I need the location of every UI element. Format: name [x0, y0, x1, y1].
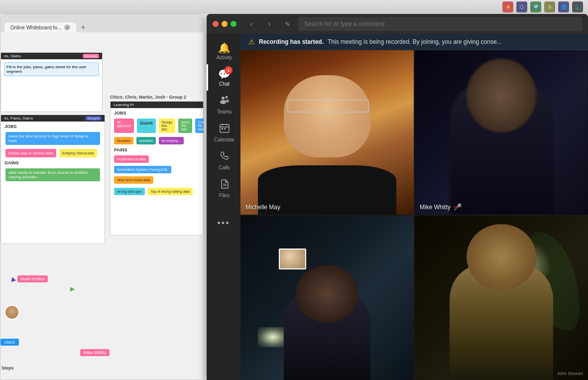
wb-panel-left-bottom: ns, Pains, Gains StickyAi JOBS Have the …	[0, 115, 105, 244]
sidebar-label-teams: Teams	[217, 109, 232, 115]
sidebar-label-calls: Calls	[219, 165, 230, 170]
teams-icon	[219, 95, 230, 108]
video-cell-bl	[240, 216, 414, 380]
wb-job-sticky-5: template	[114, 137, 133, 144]
wb-cursor-label-mike: Mike Whitty	[80, 349, 110, 356]
wb-panel-badge-1: StickyAi	[83, 54, 99, 58]
wb-cursor-mike: Mike Whitty	[80, 349, 110, 356]
traffic-light-yellow[interactable]	[222, 21, 228, 27]
svg-point-0	[222, 97, 225, 100]
status-icon-4: S	[544, 1, 555, 12]
wb-job-sticky-4: Collect the data	[195, 119, 204, 133]
mike-name: Mike Whitty	[420, 204, 451, 211]
sidebar-item-files[interactable]: Files	[207, 174, 240, 202]
wb-pains-section: PAINS	[112, 146, 202, 153]
wb-pains-stickies: Duplication of data Automation Systems F…	[112, 153, 202, 186]
recording-banner: ⚠ Recording has started. This meeting is…	[240, 34, 588, 50]
sidebar-item-activity[interactable]: 🔔 Activity	[207, 38, 240, 64]
wb-sticky-1: Have the time access to high level of de…	[5, 132, 100, 145]
teams-forward-button[interactable]: ›	[262, 17, 276, 31]
michelle-video-bg	[240, 50, 414, 215]
bl-head	[296, 265, 358, 323]
sidebar-label-files: Files	[219, 193, 230, 198]
video-cell-br: John Stewart	[415, 216, 588, 380]
sidebar-label-activity: Activity	[217, 55, 233, 60]
wb-sticky-2: Easily way to review data	[5, 149, 56, 157]
wb-fill-text: Fill in the jobs, pains, gains sheet for…	[6, 65, 87, 74]
wb-learning-title: Learning Pr	[114, 103, 134, 107]
sidebar-item-calendar[interactable]: Calendar	[207, 119, 240, 146]
mike-nametag: Mike Whitty 🎤	[420, 203, 462, 211]
traffic-light-red[interactable]	[213, 21, 219, 27]
wb-pains-row2: wrong data type Top of wrong editing dat…	[112, 186, 202, 197]
calendar-icon	[219, 123, 230, 136]
teams-search-input[interactable]	[298, 17, 582, 31]
whiteboard-area: ns, Gains StickyAi Fill in the jobs, pai…	[0, 32, 204, 380]
wb-gains-header: GAINS	[2, 159, 103, 166]
status-icon-2: ⬡	[516, 1, 527, 12]
wb-jobs-section: JOBS	[112, 110, 202, 117]
recording-warning-icon: ⚠	[248, 38, 255, 46]
browser-tab-add[interactable]: +	[78, 22, 88, 32]
traffic-lights	[213, 21, 236, 27]
sidebar-label-calendar: Calendar	[214, 137, 235, 142]
wb-cursor-label-mark: Mark Hutton	[17, 275, 48, 282]
bl-video-bg	[240, 216, 414, 380]
wb-pain-4: wrong data type	[114, 188, 145, 195]
mike-video-bg	[415, 50, 588, 215]
wb-cursor-mark: Mark Hutton	[10, 275, 48, 282]
sidebar-item-calls[interactable]: Calls	[207, 146, 240, 174]
wb-learning-header: Learning Pr	[111, 102, 203, 108]
cursor-arrow-mark	[10, 276, 16, 282]
video-grid: Michelle May Mike Whitty 🎤	[240, 50, 588, 380]
files-icon	[219, 178, 230, 192]
chat-icon: 💬 1	[218, 68, 231, 80]
br-head	[467, 224, 536, 290]
wb-panel-badge-2: StickyAi	[85, 116, 102, 121]
browser-tab-close[interactable]: ×	[64, 24, 70, 30]
wb-group-label: Chico, Chris, Martin, Josh · Group 2	[110, 95, 186, 100]
calls-icon	[219, 150, 230, 164]
sidebar-more-icon: •••	[218, 218, 230, 229]
teams-sidebar: 🔔 Activity 💬 1 Chat Teams	[207, 34, 240, 380]
bl-light	[258, 327, 288, 347]
wb-person-avatar	[4, 305, 19, 320]
svg-point-1	[225, 96, 228, 99]
wb-job-sticky-6: workflow	[136, 137, 156, 144]
michelle-glasses	[287, 100, 369, 113]
browser-tab-active[interactable]: Online Whiteboard fo... ×	[4, 22, 76, 32]
macos-topbar: ⚡ ⬡ 🌍 S 🌐 📺	[0, 0, 588, 14]
br-video-bg: John Stewart	[415, 216, 588, 380]
wb-sticky-4: Able easily to transfer from source to a…	[5, 168, 100, 181]
sidebar-item-teams[interactable]: Teams	[207, 91, 240, 119]
svg-rect-9	[224, 128, 226, 129]
wb-jobs-header: JOBS	[2, 123, 103, 130]
wb-panel-header-2: ns, Pains, Gains StickyAi	[1, 115, 105, 122]
wb-panel-header-1: ns, Gains StickyAi	[1, 53, 102, 59]
browser-window: Online Whiteboard fo... × + ns, Gains St…	[0, 14, 204, 380]
svg-rect-8	[222, 128, 223, 129]
browser-tab-label: Online Whiteboard fo...	[10, 25, 61, 30]
wb-job-sticky-1: 90applicant	[114, 119, 134, 133]
michelle-face-area	[284, 75, 370, 157]
macos-status-icons: ⚡ ⬡ 🌍 S 🌐 📺	[502, 1, 583, 12]
wb-pain-5: Top of wrong editing data	[148, 188, 193, 195]
michelle-nametag: Michelle May	[245, 204, 280, 211]
browser-tabs-bar: Online Whiteboard fo... × +	[0, 14, 204, 32]
wb-jobs-stickies: 90applicant Guest Design this doc send t…	[112, 117, 202, 135]
teams-back-button[interactable]: ‹	[244, 17, 258, 31]
sidebar-more[interactable]: •••	[218, 212, 230, 235]
status-icon-5: 🌐	[558, 1, 569, 12]
sidebar-item-chat[interactable]: 💬 1 Chat	[207, 64, 240, 91]
wb-job-sticky-7: be employ...	[159, 137, 184, 144]
wb-cisco-label: cisco	[0, 339, 19, 346]
activity-icon: 🔔	[218, 42, 231, 54]
wb-pain-3: other tech found-data	[114, 176, 153, 184]
wb-fill-note: Fill in the jobs, pains, gains sheet for…	[4, 62, 99, 76]
video-cell-michelle: Michelle May	[240, 50, 414, 215]
wb-job-sticky-3: send the link	[178, 119, 192, 133]
wb-steps-label: Steps	[1, 366, 14, 371]
traffic-light-green[interactable]	[231, 21, 236, 27]
wb-pain-1: Duplication of data	[114, 155, 149, 163]
teams-compose-button[interactable]: ✎	[280, 17, 294, 31]
